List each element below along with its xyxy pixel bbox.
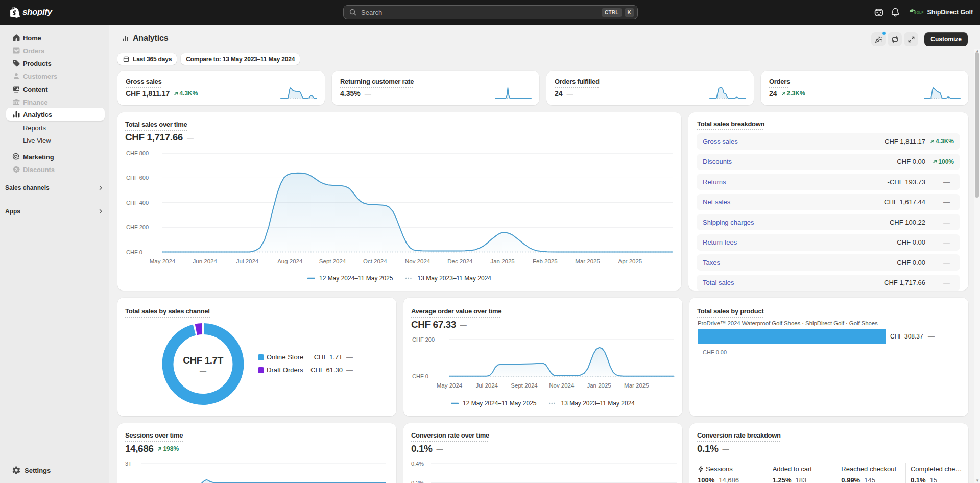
refresh-button[interactable] xyxy=(888,32,902,46)
sparkline-chart xyxy=(280,85,317,100)
funnel-step-pct: 1.25% xyxy=(773,476,792,483)
breakdown-link[interactable]: Taxes xyxy=(703,259,897,267)
donut-center-value: CHF 1.7T xyxy=(162,355,244,366)
sidebar-section-apps[interactable]: Apps xyxy=(5,205,104,218)
card-title-funnel[interactable]: Conversion rate breakdown xyxy=(697,431,781,442)
product-bar-label: ProDrive™ 2024 Waterproof Golf Shoes · S… xyxy=(698,320,878,326)
card-title-product[interactable]: Total sales by product xyxy=(697,307,763,318)
svg-text:CHF 0: CHF 0 xyxy=(126,249,142,255)
legend-label: 13 May 2023–11 May 2024 xyxy=(418,275,492,282)
sidebar-item-settings[interactable]: Settings xyxy=(6,464,105,477)
sidebar-item-orders[interactable]: Orders xyxy=(6,44,105,57)
notifications-button[interactable] xyxy=(887,4,903,20)
celebration-icon xyxy=(874,35,883,44)
sidebar-item-live-view[interactable]: Live View xyxy=(6,134,105,147)
date-range-button[interactable]: Last 365 days xyxy=(117,53,177,65)
orders-icon xyxy=(12,46,20,55)
product-bar-value: CHF 308.37 xyxy=(890,333,923,340)
card-title-breakdown[interactable]: Total sales breakdown xyxy=(697,120,764,130)
breakdown-row-total-sales: Total sales CHF 1,717.66 — xyxy=(697,275,960,291)
scrollbar-thumb[interactable] xyxy=(975,52,979,198)
sidekick-button[interactable] xyxy=(871,4,887,20)
svg-text:CHF 0: CHF 0 xyxy=(412,373,428,379)
delta-value: 4.3K% xyxy=(179,90,198,97)
kpi-card-gross-sales[interactable]: Gross sales CHF 1,811.17 4.3K% xyxy=(117,71,325,105)
compare-button[interactable]: Compare to: 13 May 2023–11 May 2024 xyxy=(181,53,300,65)
delta-dash: — xyxy=(943,238,950,246)
arrow-up-right-icon xyxy=(174,91,178,96)
sidebar-item-home[interactable]: Home xyxy=(6,31,105,44)
customize-button[interactable]: Customize xyxy=(924,32,968,46)
delta-dash: — xyxy=(943,259,950,267)
breakdown-link[interactable]: Discounts xyxy=(703,158,897,165)
shopify-logo[interactable]: shopify xyxy=(10,6,52,19)
search-placeholder: Search xyxy=(361,9,599,16)
funnel-step-label: Added to cart xyxy=(773,465,812,473)
svg-text:3T: 3T xyxy=(125,461,132,467)
bar-axis-zero-label: CHF 0.00 xyxy=(703,349,727,355)
breakdown-link[interactable]: Shipping charges xyxy=(703,219,890,226)
donut-center-label: CHF 1.7T — xyxy=(162,355,244,375)
svg-text:Jul 2024: Jul 2024 xyxy=(236,258,259,264)
legend-dotted-marker xyxy=(405,277,414,279)
sidebar-section-sales-channels[interactable]: Sales channels xyxy=(5,181,104,195)
legend-label: Draft Orders xyxy=(267,366,310,374)
chevron-right-icon xyxy=(98,208,104,214)
chart-legend: 12 May 2024–11 May 2025 13 May 2023–11 M… xyxy=(403,400,682,407)
kpi-title: Gross sales xyxy=(126,78,161,88)
insights-button[interactable] xyxy=(871,32,886,46)
legend-value: CHF 61.30 xyxy=(310,366,343,374)
sidebar-item-analytics[interactable]: Analytics xyxy=(6,108,105,121)
kpi-value: 24 xyxy=(555,89,563,98)
sidebar-item-customers[interactable]: Customers xyxy=(6,69,105,83)
sparkline-chart xyxy=(924,85,961,100)
breakdown-link[interactable]: Return fees xyxy=(703,238,897,246)
svg-text:Jan 2025: Jan 2025 xyxy=(490,258,514,264)
kpi-card-orders[interactable]: Orders 24 2.3K% xyxy=(761,71,968,105)
product-bar[interactable] xyxy=(698,329,886,344)
breakdown-row-returns: Returns -CHF 193.73 — xyxy=(697,174,960,190)
sidebar-item-label: Products xyxy=(23,60,52,67)
sidebar-item-marketing[interactable]: Marketing xyxy=(6,150,105,163)
delta-dash: — xyxy=(943,219,950,226)
breakdown-link[interactable]: Net sales xyxy=(703,198,884,206)
breakdown-link[interactable]: Total sales xyxy=(703,279,884,286)
breakdown-row-discounts: Discounts CHF 0.00 100% xyxy=(697,154,960,170)
sidebar-item-reports[interactable]: Reports xyxy=(6,121,105,134)
breakdown-link[interactable]: Returns xyxy=(703,178,888,186)
analytics-icon xyxy=(12,110,20,118)
sidebar-item-discounts[interactable]: Discounts xyxy=(6,163,105,176)
product-bar-dash: — xyxy=(928,332,935,340)
funnel-step-count: 14,686 xyxy=(719,476,739,483)
kpi-card-orders-fulfilled[interactable]: Orders fulfilled 24 — xyxy=(546,71,754,105)
svg-text:Feb 2025: Feb 2025 xyxy=(533,258,558,264)
section-label: Apps xyxy=(5,208,20,215)
sidebar-item-products[interactable]: Products xyxy=(6,57,105,70)
date-range-label: Last 365 days xyxy=(133,56,172,63)
scroll-down-arrow[interactable]: ▼ xyxy=(975,479,978,482)
legend-value: CHF 1.7T xyxy=(314,353,343,361)
kpi-card-returning-rate[interactable]: Returning customer rate 4.35% — xyxy=(332,71,539,105)
sidebar-item-finance[interactable]: Finance xyxy=(6,95,105,109)
kpi-delta: 4.3K% xyxy=(174,90,198,97)
breakdown-row-net-sales: Net sales CHF 1,617.44 — xyxy=(697,194,960,210)
scrollbar[interactable]: ▲ ▼ xyxy=(974,49,980,483)
chart-legend: 12 May 2024–11 May 2025 13 May 2023–11 M… xyxy=(117,275,681,282)
breakdown-link[interactable]: Gross sales xyxy=(703,138,885,146)
svg-text:CHF 200: CHF 200 xyxy=(412,336,435,343)
kpi-title: Orders fulfilled xyxy=(555,78,600,88)
search-input[interactable]: Search CTRL K xyxy=(343,5,638,19)
breakdown-value: CHF 100.22 xyxy=(890,219,925,226)
legend-line-marker xyxy=(307,277,315,279)
sessions-over-time-card: Sessions over time 14,686 198% 3T xyxy=(117,423,396,483)
sidebar-item-content[interactable]: Content xyxy=(6,83,105,96)
expand-button[interactable] xyxy=(904,32,918,46)
search-icon xyxy=(349,8,357,16)
store-chip[interactable]: GOLF ShipDirect Golf xyxy=(907,6,973,18)
funnel-step-pct: 0.1% xyxy=(911,476,926,483)
discounts-icon xyxy=(12,165,20,174)
sidebar-item-label: Live View xyxy=(23,137,51,144)
kpi-delta: 2.3K% xyxy=(781,90,805,97)
svg-text:Jan 2025: Jan 2025 xyxy=(587,382,611,389)
svg-text:Nov 2024: Nov 2024 xyxy=(549,382,575,389)
